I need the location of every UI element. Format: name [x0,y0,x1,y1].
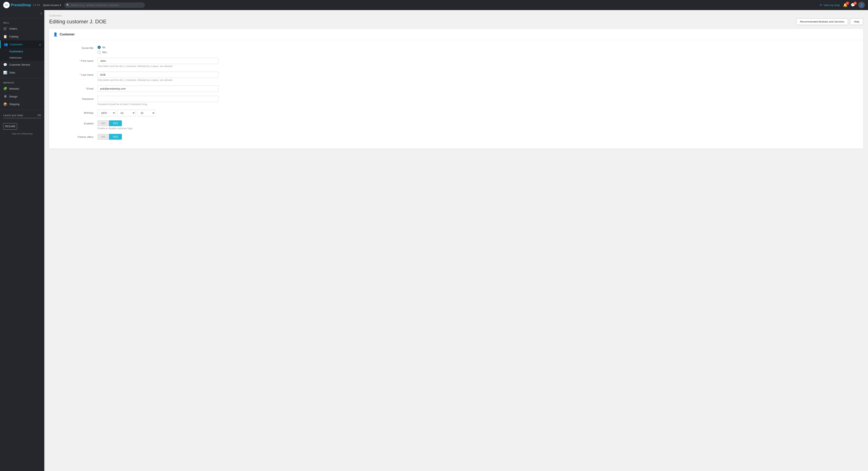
lastname-required: * [80,73,81,76]
quick-access-label: Quick Access [43,4,59,7]
lastname-hint: Only letters and the dot (.) character, … [97,79,218,81]
launch-label-row: Launch your shop! 0% [3,114,41,117]
view-shop-link[interactable]: 👁 View my shop [819,4,840,7]
modules-icon: 🧩 [3,87,7,91]
sidebar: « SELL 🛒 Orders 📋 Catalog 👥 Customers ▲ … [0,10,44,157]
firstname-group: *First name Only letters and the dot (.)… [53,58,859,68]
mrs-label: Mrs. [102,51,107,54]
social-title-controls: Mr. Mrs. [97,45,218,54]
partner-no-btn[interactable]: NO [97,134,109,140]
brand-name: PrestaShop [11,3,31,7]
password-hint: Password should be at least 5 characters… [97,103,218,106]
firstname-control-wrap: Only letters and the dot (.) character, … [97,58,218,68]
lastname-input[interactable] [97,72,218,78]
lastname-label: *Last name [53,72,97,76]
shipping-icon: 📦 [3,102,7,106]
enabled-hint: Enable or disable customer login. [97,127,218,130]
lastname-group: *Last name Only letters and the dot (.) … [53,72,859,81]
sidebar-item-modules[interactable]: 🧩 Modules [0,85,44,93]
birthday-year-select[interactable]: 1970 [97,110,116,116]
recommended-modules-button[interactable]: Recommended Modules and Services [796,18,848,25]
email-required: * [85,87,86,90]
topbar: PS PrestaShop 1.7.7.5 Quick Access ▾ 🔍 👁… [0,0,868,10]
sidebar-item-stats[interactable]: 📊 Stats [0,69,44,76]
email-control-wrap [97,86,218,92]
view-shop-label: View my shop [824,4,840,7]
customers-submenu: Customers Addresses [0,48,44,61]
launch-label: Launch your shop! [3,114,23,117]
message-badge: 13 [854,2,857,5]
firstname-label: *First name [53,58,97,62]
sidebar-item-customer-service[interactable]: 💬 Customer Service [0,61,44,69]
birthday-group: Birthday 1970 01 15 [53,110,859,116]
enabled-group: Enabled NO YES Enable or disable custome… [53,121,859,130]
mr-radio[interactable] [97,46,101,49]
breadcrumb: Customers [49,14,863,17]
birthday-label: Birthday [53,110,97,114]
email-label: *Email [53,86,97,90]
sell-section-label: SELL [0,20,44,25]
sidebar-item-addresses[interactable]: Addresses [0,55,44,61]
birthday-row: 1970 01 15 [97,110,218,116]
launch-section: Launch your shop! 0% [0,111,44,121]
logo-link[interactable]: PS PrestaShop 1.7.7.5 [3,2,40,8]
email-input[interactable] [97,86,218,92]
user-avatar[interactable]: 👤 [858,2,865,8]
card-body: Social title Mr. Mrs. [49,40,863,148]
design-label: Design [9,95,17,98]
password-label: Password [53,96,97,100]
sidebar-item-design[interactable]: 🖥 Design [0,93,44,100]
enabled-yes-btn[interactable]: YES [109,121,122,126]
enabled-toggle: NO YES [97,121,218,126]
enabled-control-wrap: NO YES Enable or disable customer login. [97,121,218,130]
customers-icon: 👥 [4,42,8,46]
progress-bar [3,117,41,119]
notifications-btn[interactable]: 🔔 7 [843,3,847,7]
person-icon: 👤 [860,3,863,7]
partner-offers-label: Partner offers [53,134,97,138]
sidebar-item-shipping[interactable]: 📦 Shipping [0,100,44,108]
sidebar-item-customers-list[interactable]: Customers [0,48,44,55]
birthday-day-select[interactable]: 15 [137,110,155,116]
social-title-group: Social title Mr. Mrs. [53,45,859,54]
stop-onboarding-link[interactable]: Stop the OnBoarding [0,132,44,137]
sidebar-collapse-area: « [0,10,44,16]
birthday-control-wrap: 1970 01 15 [97,110,218,116]
birthday-month-select[interactable]: 01 [117,110,135,116]
modules-label: Modules [9,87,19,90]
collapse-btn[interactable]: « [40,12,42,15]
person-card-icon: 👤 [53,32,58,37]
mrs-radio-label[interactable]: Mrs. [97,51,218,54]
sidebar-item-catalog[interactable]: 📋 Catalog [0,33,44,40]
partner-toggle: NO YES [97,134,218,140]
logo-img: PS [3,2,10,8]
resume-button[interactable]: RESUME [3,123,17,130]
eye-icon: 👁 [819,4,822,7]
improve-section-label: IMPROVE [0,80,44,85]
sidebar-item-customers[interactable]: 👥 Customers ▲ [0,40,44,48]
social-title-label: Social title [53,45,97,49]
chevron-down-icon: ▾ [60,4,61,7]
social-title-radio-group: Mr. Mrs. [97,45,218,54]
card-title: Customer [60,33,75,36]
chevron-up-icon: ▲ [39,43,41,46]
firstname-required: * [80,59,81,62]
help-button[interactable]: Help [850,18,863,25]
partner-control-wrap: NO YES [97,134,218,140]
mrs-radio[interactable] [97,51,101,54]
orders-icon: 🛒 [3,27,7,31]
firstname-input[interactable] [97,58,218,64]
customer-service-icon: 💬 [3,63,7,67]
card-header: 👤 Customer [49,29,863,40]
sidebar-item-orders[interactable]: 🛒 Orders [0,25,44,33]
password-input[interactable] [97,96,218,102]
search-input[interactable] [64,2,145,8]
messages-btn[interactable]: 💬 13 [851,3,855,7]
stats-icon: 📊 [3,71,7,74]
quick-access-menu[interactable]: Quick Access ▾ [43,4,61,7]
mr-radio-label[interactable]: Mr. [97,46,218,49]
partner-offers-group: Partner offers NO YES [53,134,859,140]
lastname-control-wrap: Only letters and the dot (.) character, … [97,72,218,81]
partner-yes-btn[interactable]: YES [109,134,122,140]
enabled-no-btn[interactable]: NO [97,121,109,126]
